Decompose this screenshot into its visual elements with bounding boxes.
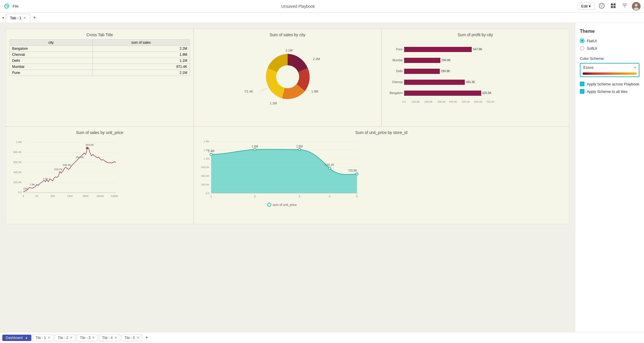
svg-text:700.0K: 700.0K [486, 100, 495, 103]
svg-text:0.0: 0.0 [402, 100, 406, 103]
filter-icon[interactable] [620, 1, 629, 11]
tab-add-button[interactable]: + [31, 15, 38, 21]
right-panel: Theme FlatUI SoftUI Color Scheme: Essos … [575, 23, 644, 332]
svg-point-92 [254, 148, 256, 151]
col-sum-sales: sum of sales [92, 40, 190, 46]
palette-icon[interactable] [597, 1, 606, 11]
apply-playbook-box: ✓ [580, 82, 584, 86]
col-city: city [10, 40, 93, 46]
svg-text:234: 234 [23, 187, 28, 190]
svg-text:Pune: Pune [396, 48, 403, 51]
svg-text:sum of unit_price: sum of unit_price [273, 203, 297, 206]
svg-text:200.0K: 200.0K [425, 100, 433, 103]
svg-text:2: 2 [254, 195, 256, 198]
tile-4-close[interactable]: ✕ [114, 336, 117, 340]
apply-tiles-checkbox[interactable]: ✓ Apply Scheme to all tiles [580, 89, 639, 94]
canvas-grid: Cross Tab Title city sum of sales Bangal… [6, 29, 569, 224]
svg-text:Bangalore: Bangalore [390, 91, 403, 95]
tile-5-tab[interactable]: Tile - 5 ✕ [121, 334, 142, 341]
svg-point-91 [210, 153, 212, 156]
svg-text:300: 300 [50, 195, 55, 198]
svg-text:200.0K: 200.0K [63, 164, 71, 166]
svg-point-107 [267, 203, 271, 206]
tile-3-label: Tile - 3 [80, 336, 90, 340]
svg-point-2 [602, 4, 603, 5]
edit-button[interactable]: Edit ▾ [578, 3, 595, 10]
flatui-radio[interactable]: FlatUI [580, 39, 639, 43]
svg-point-0 [599, 3, 604, 8]
tile-3-close[interactable]: ✕ [92, 336, 95, 340]
area-title: Sum of unit_price by store_id [197, 130, 565, 135]
dashboard-tab[interactable]: Dashboard ▲ [2, 335, 31, 341]
softui-radio[interactable]: SoftUI [580, 46, 639, 51]
hbar-title: Sum of profit by city [385, 32, 565, 37]
scheme-dropdown-icon: ▾ [634, 66, 636, 70]
donut-tile: Sum of sales by city [194, 29, 381, 127]
hbar-svg: Pune Mumbai Delhi Chennai Bangalore 547.… [390, 42, 499, 111]
svg-text:Chennai: Chennai [392, 81, 403, 84]
apply-tiles-box: ✓ [580, 89, 584, 94]
svg-text:400.0K: 400.0K [449, 100, 457, 103]
svg-text:7.2K: 7.2K [43, 177, 48, 180]
tile-5-close[interactable]: ✕ [137, 336, 139, 340]
table-row: Pune2.1M [10, 70, 190, 76]
svg-text:1.1M: 1.1M [270, 101, 276, 105]
file-menu[interactable]: File [13, 4, 19, 8]
topbar-left: File [3, 3, 19, 10]
svg-rect-7 [614, 6, 616, 8]
area-tile: Sum of unit_price by store_id 1.8M 1.5M … [194, 127, 569, 224]
tab-1[interactable]: Tab - 1 ✕ [6, 14, 30, 22]
softui-label: SoftUI [587, 46, 597, 51]
svg-text:971.4K: 971.4K [244, 90, 253, 93]
scheme-gradient-bar [583, 72, 637, 75]
grid-icon[interactable] [609, 1, 618, 11]
app-logo [3, 3, 10, 10]
svg-text:1.0M: 1.0M [16, 141, 22, 143]
table-row: Chennai1.9M [10, 52, 190, 58]
line-title: Sum of sales by unit_price [9, 130, 190, 135]
tab-1-close[interactable]: ✕ [23, 16, 26, 20]
svg-text:300.0K: 300.0K [437, 100, 446, 103]
svg-text:547.8K: 547.8K [473, 48, 482, 51]
scheme-name: Essos [583, 65, 593, 70]
svg-text:600.0K: 600.0K [13, 161, 22, 164]
flatui-label: FlatUI [587, 39, 597, 43]
svg-point-12 [635, 4, 638, 7]
color-scheme-select[interactable]: Essos ▾ [580, 63, 639, 77]
svg-text:500.0K: 500.0K [462, 100, 470, 103]
softui-radio-circle [580, 46, 584, 51]
bottom-tab-add[interactable]: + [144, 335, 150, 341]
svg-text:1.6M: 1.6M [252, 145, 258, 148]
svg-text:8000: 8000 [83, 195, 89, 198]
svg-text:625.5K: 625.5K [482, 91, 492, 95]
svg-text:1.4M: 1.4M [208, 150, 214, 153]
main-area: Cross Tab Title city sum of sales Bangal… [0, 23, 644, 332]
svg-text:50: 50 [35, 195, 38, 198]
apply-playbook-checkbox[interactable]: ✓ Apply Scheme across Playbook [580, 82, 639, 86]
line-tile: Sum of sales by unit_price 1.0M 800.0K 6… [6, 127, 194, 224]
svg-rect-5 [614, 3, 616, 5]
svg-point-3 [601, 6, 602, 7]
svg-rect-36 [404, 80, 465, 85]
tile-3-tab[interactable]: Tile - 3 ✕ [77, 334, 98, 341]
tile-4-label: Tile - 4 [102, 336, 112, 340]
tile-2-close[interactable]: ✕ [70, 336, 72, 340]
bottom-tabbar: Dashboard ▲ Tile - 1 ✕ Tile - 2 ✕ Tile -… [0, 332, 644, 343]
hbar-tile: Sum of profit by city Pune Mumbai Delhi … [381, 29, 569, 127]
svg-point-61 [86, 147, 88, 149]
tile-2-label: Tile - 2 [58, 336, 68, 340]
svg-point-14 [276, 65, 299, 88]
dashboard-tab-label: Dashboard [6, 336, 23, 340]
crosstab-title: Cross Tab Title [9, 32, 190, 37]
tile-4-tab[interactable]: Tile - 4 ✕ [99, 334, 120, 341]
avatar[interactable] [632, 2, 641, 11]
svg-text:1.8M: 1.8M [204, 140, 209, 143]
svg-point-1 [600, 4, 601, 5]
tile-1-close[interactable]: ✕ [48, 336, 50, 340]
tile-1-tab[interactable]: Tile - 1 ✕ [33, 334, 53, 341]
tile-2-tab[interactable]: Tile - 2 ✕ [55, 334, 76, 341]
svg-text:63000: 63000 [111, 195, 118, 198]
svg-text:25000: 25000 [96, 195, 104, 198]
svg-text:7.8K: 7.8K [30, 183, 35, 186]
tab-dropdown-icon[interactable]: ▾ [2, 16, 4, 20]
